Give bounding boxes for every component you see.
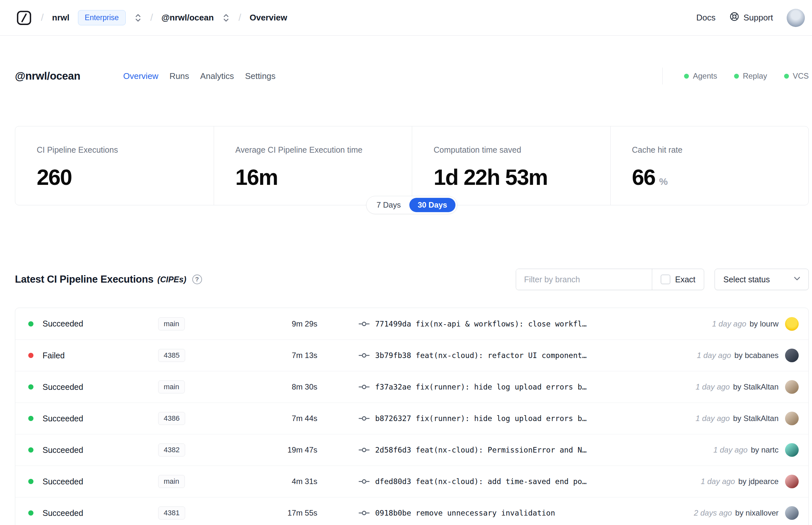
branch-badge[interactable]: main bbox=[158, 380, 185, 393]
indicator-vcs: VCS bbox=[784, 72, 809, 80]
avatar bbox=[785, 475, 799, 488]
cipe-table: Succeeded main 9m 29s 771499dafix(nx-api… bbox=[15, 308, 809, 525]
duration: 7m 13s bbox=[236, 351, 317, 360]
author: by nixallover bbox=[735, 508, 779, 518]
support-label: Support bbox=[744, 13, 773, 23]
commit-text[interactable]: f37a32aefix(runner): hide log upload err… bbox=[370, 383, 678, 391]
docs-link[interactable]: Docs bbox=[696, 13, 716, 23]
row-meta: 1 day agoby jdpearce bbox=[678, 477, 785, 486]
row-meta: 1 day agoby StalkAltan bbox=[678, 382, 785, 391]
indicator-label: Agents bbox=[693, 72, 717, 80]
status-label: Succeeded bbox=[43, 319, 158, 328]
stat-card-time-saved: Computation time saved 1d 22h 53m bbox=[412, 126, 610, 205]
commit-text[interactable]: b8726327fix(runner): hide log upload err… bbox=[370, 414, 678, 423]
stats-section: CI Pipeline Executions 260 Average CI Pi… bbox=[15, 126, 809, 205]
status-dot bbox=[28, 479, 33, 484]
org-switcher-chevrons-icon[interactable] bbox=[134, 13, 142, 23]
stat-label: Average CI Pipeline Execution time bbox=[235, 145, 399, 155]
status-dot bbox=[28, 416, 33, 421]
date-range-toggle: 7 Days 30 Days bbox=[366, 196, 457, 214]
nx-cloud-overview-page: / nrwl Enterprise / @nrwl/ocean / Overvi… bbox=[0, 0, 812, 525]
breadcrumb-separator: / bbox=[41, 12, 44, 23]
branch-badge[interactable]: 4385 bbox=[158, 349, 185, 362]
avatar bbox=[785, 317, 799, 331]
navbar-right: Docs Support bbox=[696, 9, 805, 27]
branch-badge[interactable]: 4386 bbox=[158, 412, 185, 425]
row-meta: 2 days agoby nixallover bbox=[678, 508, 785, 518]
branch-badge[interactable]: main bbox=[158, 317, 185, 330]
breadcrumb: / nrwl Enterprise / @nrwl/ocean / Overvi… bbox=[16, 10, 287, 26]
relative-time: 1 day ago bbox=[697, 351, 731, 360]
status-label: Failed bbox=[43, 351, 158, 360]
relative-time: 1 day ago bbox=[696, 382, 730, 391]
section-title: Latest CI Pipeline Executions bbox=[15, 273, 154, 285]
duration: 9m 29s bbox=[236, 319, 317, 328]
tab-runs[interactable]: Runs bbox=[170, 71, 189, 81]
status-label: Succeeded bbox=[43, 382, 158, 392]
branch-filter-group: Exact bbox=[516, 269, 704, 290]
stat-label: CI Pipeline Executions bbox=[37, 145, 201, 155]
commit-hash: dfed80d3 bbox=[375, 477, 411, 486]
git-commit-icon bbox=[358, 415, 370, 422]
tab-overview[interactable]: Overview bbox=[123, 71, 158, 81]
commit-text[interactable]: 0918b0beremove unnecessary invalidation bbox=[370, 509, 678, 517]
tab-analytics[interactable]: Analytics bbox=[200, 71, 234, 81]
avatar bbox=[785, 380, 799, 394]
relative-time: 2 days ago bbox=[694, 508, 732, 518]
range-7-days-button[interactable]: 7 Days bbox=[368, 198, 409, 212]
current-page-name: Overview bbox=[249, 13, 287, 23]
support-link[interactable]: Support bbox=[729, 11, 773, 24]
exact-match-toggle[interactable]: Exact bbox=[652, 269, 704, 290]
commit-message: remove unnecessary invalidation bbox=[416, 509, 555, 517]
author: by StalkAltan bbox=[733, 382, 779, 391]
status-dot bbox=[28, 447, 33, 452]
avatar bbox=[785, 349, 799, 362]
commit-text[interactable]: 2d58f6d3feat(nx-cloud): PermissionError … bbox=[370, 446, 678, 454]
exact-checkbox[interactable] bbox=[661, 274, 670, 284]
stat-label: Computation time saved bbox=[434, 145, 597, 155]
range-30-days-button[interactable]: 30 Days bbox=[409, 198, 456, 212]
relative-time: 1 day ago bbox=[701, 477, 735, 486]
avatar bbox=[785, 506, 799, 520]
table-row[interactable]: Succeeded 4381 17m 55s 0918b0beremove un… bbox=[15, 497, 809, 525]
commit-message: fix(runner): hide log upload errors b… bbox=[416, 414, 586, 423]
breadcrumb-separator: / bbox=[239, 12, 241, 23]
avatar bbox=[785, 443, 799, 457]
workspace-switcher-chevrons-icon[interactable] bbox=[222, 13, 230, 23]
commit-message: fix(nx-api & workflows): close workfl… bbox=[416, 320, 586, 328]
workspace-tabs: Overview Runs Analytics Settings bbox=[123, 71, 275, 81]
branch-badge[interactable]: main bbox=[158, 475, 185, 488]
commit-text[interactable]: 771499dafix(nx-api & workflows): close w… bbox=[370, 320, 678, 328]
commit-text[interactable]: dfed80d3feat(nx-cloud): add time-saved e… bbox=[370, 477, 678, 486]
org-name[interactable]: nrwl bbox=[52, 13, 69, 23]
tab-settings[interactable]: Settings bbox=[245, 71, 275, 81]
workspace-name[interactable]: @nrwl/ocean bbox=[162, 13, 214, 23]
user-avatar[interactable] bbox=[787, 9, 805, 27]
help-icon[interactable]: ? bbox=[192, 274, 202, 284]
commit-hash: 2d58f6d3 bbox=[375, 446, 411, 454]
table-row[interactable]: Succeeded main 8m 30s f37a32aefix(runner… bbox=[15, 371, 809, 403]
status-select-dropdown[interactable]: Select status bbox=[715, 269, 809, 290]
indicator-replay: Replay bbox=[734, 72, 767, 80]
commit-hash: 0918b0be bbox=[375, 509, 411, 517]
branch-badge[interactable]: 4382 bbox=[158, 444, 185, 456]
table-row[interactable]: Succeeded main 9m 29s 771499dafix(nx-api… bbox=[15, 308, 809, 340]
table-row[interactable]: Succeeded main 4m 31s dfed80d3feat(nx-cl… bbox=[15, 466, 809, 497]
nx-cloud-logo-icon[interactable] bbox=[16, 10, 32, 26]
commit-message: feat(nx-cloud): PermissionError and N… bbox=[416, 446, 586, 454]
table-row[interactable]: Failed 4385 7m 13s 3b79fb38feat(nx-cloud… bbox=[15, 340, 809, 371]
stats-cards: CI Pipeline Executions 260 Average CI Pi… bbox=[15, 126, 809, 205]
table-row[interactable]: Succeeded 4386 7m 44s b8726327fix(runner… bbox=[15, 403, 809, 434]
branch-badge[interactable]: 4381 bbox=[158, 507, 185, 520]
chevron-down-icon bbox=[793, 274, 801, 285]
author: by bcabanes bbox=[734, 351, 779, 360]
relative-time: 1 day ago bbox=[713, 446, 747, 454]
duration: 8m 30s bbox=[236, 382, 317, 391]
plan-badge: Enterprise bbox=[78, 10, 126, 25]
duration: 17m 55s bbox=[236, 508, 317, 518]
table-row[interactable]: Succeeded 4382 19m 47s 2d58f6d3feat(nx-c… bbox=[15, 434, 809, 466]
avatar bbox=[785, 411, 799, 425]
commit-text[interactable]: 3b79fb38feat(nx-cloud): refactor UI comp… bbox=[370, 351, 678, 360]
branch-filter-input[interactable] bbox=[516, 269, 652, 290]
stat-card-avg-time: Average CI Pipeline Execution time 16m bbox=[214, 126, 412, 205]
